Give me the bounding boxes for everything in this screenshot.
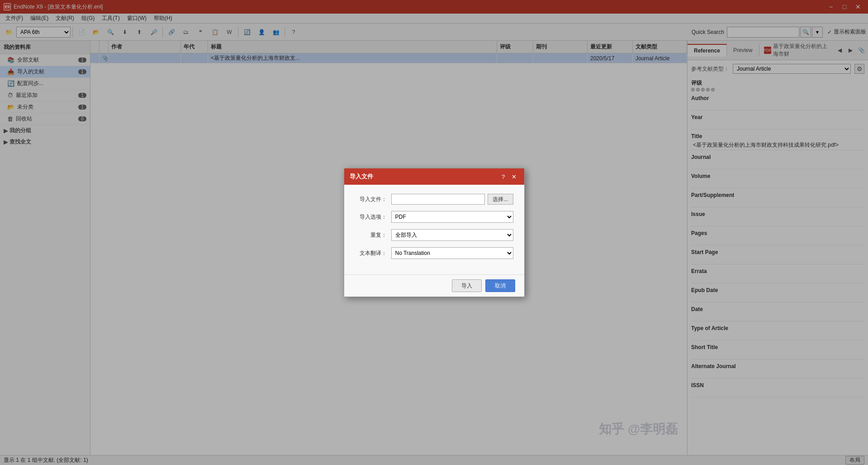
modal-import-button[interactable]: 导入 xyxy=(452,279,482,292)
import-modal: 导入文件 ? ✕ 导入文件： 选择... 导入选项： PDFEndNoteRef… xyxy=(344,168,525,297)
modal-import-options-row: 导入选项： PDFEndNoteRefManBibTeX xyxy=(355,211,513,223)
modal-duplicate-row: 重复： 全部导入忽略重复合并重复 xyxy=(355,229,513,241)
modal-translation-select[interactable]: No Translation xyxy=(391,247,513,259)
modal-body: 导入文件： 选择... 导入选项： PDFEndNoteRefManBibTeX… xyxy=(344,185,524,274)
modal-close-button[interactable]: ✕ xyxy=(510,172,519,181)
modal-duplicate-label: 重复： xyxy=(355,231,391,239)
modal-title: 导入文件 xyxy=(350,173,373,181)
modal-duplicate-select[interactable]: 全部导入忽略重复合并重复 xyxy=(391,229,513,241)
modal-file-input-area: 选择... xyxy=(391,194,513,205)
modal-translation-row: 文本翻译： No Translation xyxy=(355,247,513,259)
modal-file-input[interactable] xyxy=(391,194,485,205)
modal-header: 导入文件 ? ✕ xyxy=(344,168,524,185)
modal-translation-label: 文本翻译： xyxy=(355,249,391,257)
modal-file-label: 导入文件： xyxy=(355,196,391,203)
modal-import-options-select[interactable]: PDFEndNoteRefManBibTeX xyxy=(391,211,513,223)
modal-browse-button[interactable]: 选择... xyxy=(488,194,513,205)
modal-file-row: 导入文件： 选择... xyxy=(355,194,513,205)
modal-overlay: 导入文件 ? ✕ 导入文件： 选择... 导入选项： PDFEndNoteRef… xyxy=(0,0,868,465)
modal-help-button[interactable]: ? xyxy=(499,172,508,181)
modal-cancel-button[interactable]: 取消 xyxy=(485,279,515,292)
modal-footer: 导入 取消 xyxy=(344,274,524,297)
modal-header-controls: ? ✕ xyxy=(499,172,519,181)
modal-import-options-label: 导入选项： xyxy=(355,213,391,221)
